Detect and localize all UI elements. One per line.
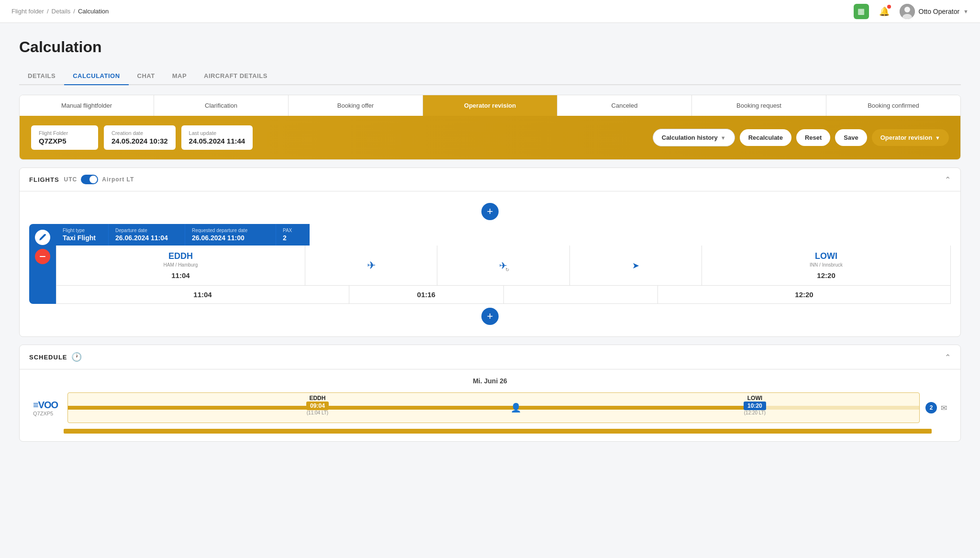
tab-chat[interactable]: CHAT <box>129 67 164 85</box>
topbar-right: ▦ 🔔 Otto Operator ▼ <box>854 4 969 19</box>
pipeline-step-booking-confirmed[interactable]: Booking confirmed <box>826 95 960 116</box>
departure-date-value: 26.06.2024 11:04 <box>115 234 178 242</box>
timeline-from-code: EDDH <box>309 395 325 402</box>
flight-folder-field: Flight Folder Q7ZXP5 <box>31 125 98 150</box>
user-name: Otto Operator <box>919 8 960 15</box>
creation-date-label: Creation date <box>111 130 168 136</box>
requested-departure-value: 26.06.2024 11:00 <box>192 234 269 242</box>
pipeline-step-booking-offer[interactable]: Booking offer <box>289 95 423 116</box>
page-title: Calculation <box>19 38 961 56</box>
timeline-from: EDDH 09:04 (11:04 LT) <box>306 395 329 415</box>
calculation-history-button[interactable]: Calculation history ▼ <box>653 129 735 146</box>
flight-body-row: EDDH HAM / Hamburg 11:04 ✈ ✈ ↻ <box>56 246 951 286</box>
flights-collapse-button[interactable]: ⌃ <box>945 175 951 184</box>
flight-info-column: Flight type Taxi Flight Departure date 2… <box>56 224 951 304</box>
flight-type-label: Flight type <box>63 228 101 233</box>
delete-flight-button[interactable] <box>35 249 50 264</box>
schedule-color-bar <box>64 429 932 434</box>
origin-name: HAM / Hamburg <box>164 262 198 268</box>
last-update-label: Last update <box>189 130 245 136</box>
origin-time: 11:04 <box>171 271 189 279</box>
destination-time: 12:20 <box>817 271 835 279</box>
operator-revision-button[interactable]: Operator revision ▼ <box>872 129 949 146</box>
last-update-value: 24.05.2024 11:44 <box>189 137 245 145</box>
breadcrumb-flight-folder[interactable]: Flight folder <box>11 8 44 15</box>
utc-label: UTC <box>64 176 78 183</box>
pipeline-step-booking-request[interactable]: Booking request <box>692 95 826 116</box>
arrival-plane-icon: ➤ <box>632 260 639 271</box>
info-fields: Flight Folder Q7ZXP5 Creation date 24.05… <box>31 125 253 150</box>
pipeline-container: Manual flightfolder Clarification Bookin… <box>19 95 961 160</box>
airport-lt-label: Airport LT <box>102 176 134 183</box>
departure-plane-icon: ✈ <box>367 259 376 272</box>
waypoint-icon: ✈ ↻ <box>499 260 507 271</box>
flights-section-header: FLIGHTS UTC Airport LT ⌃ <box>20 168 960 191</box>
arrival-arrow-cell: ➤ <box>570 246 702 285</box>
schedule-section: SCHEDULE 🕐 ⌃ Mi. Juni 26 ≡VOO Q7ZXP5 EDD… <box>19 345 961 442</box>
timeline-from-badge: 09:04 <box>306 402 329 410</box>
destination-code: LOWI <box>815 251 837 261</box>
utc-airport-toggle[interactable] <box>81 175 98 184</box>
origin-cell: EDDH HAM / Hamburg 11:04 <box>56 246 305 285</box>
notification-count-badge[interactable]: 2 <box>925 402 937 413</box>
flight-type-cell: Flight type Taxi Flight <box>56 224 109 246</box>
timeline-to-code: LOWI <box>747 395 762 402</box>
chevron-down-icon: ▼ <box>721 135 726 141</box>
toggle-knob <box>89 176 97 183</box>
add-flight-button-top[interactable]: + <box>481 203 499 220</box>
flight-edit-column <box>29 224 56 304</box>
add-flight-button-bottom[interactable]: + <box>481 308 499 325</box>
schedule-date-label: Mi. Juni 26 <box>29 377 951 385</box>
edit-flight-button[interactable] <box>35 230 50 245</box>
utc-toggle-group: UTC Airport LT <box>64 175 134 184</box>
grid-icon[interactable]: ▦ <box>854 4 869 19</box>
origin-time-bottom: 11:04 <box>56 286 349 303</box>
user-menu-chevron: ▼ <box>963 9 969 14</box>
pipeline-step-operator-revision[interactable]: Operator revision <box>423 95 557 116</box>
chevron-down-icon-operator: ▼ <box>935 135 940 141</box>
info-actions: Calculation history ▼ Recalculate Reset … <box>653 129 949 146</box>
save-button[interactable]: Save <box>835 129 867 146</box>
pax-cell: PAX 2 <box>276 224 310 246</box>
flights-body: + Flight type Taxi Flight <box>20 191 960 336</box>
user-menu[interactable]: Otto Operator ▼ <box>900 4 969 19</box>
duration-row: 11:04 01:16 12:20 <box>56 286 951 304</box>
pipeline-step-canceled[interactable]: Canceled <box>557 95 692 116</box>
person-icon: 👤 <box>511 403 521 413</box>
main-content: Calculation DETAILS CALCULATION CHAT MAP… <box>0 23 980 457</box>
flight-folder-value: Q7ZXP5 <box>39 137 90 145</box>
company-code: Q7ZXP5 <box>33 411 62 416</box>
flight-card: Flight type Taxi Flight Departure date 2… <box>29 224 951 304</box>
svg-rect-3 <box>40 256 45 257</box>
tab-map[interactable]: MAP <box>164 67 195 85</box>
reset-button[interactable]: Reset <box>796 129 830 146</box>
schedule-timeline: EDDH 09:04 (11:04 LT) 👤 LOWI 10:20 (12:2… <box>67 392 920 423</box>
schedule-collapse-button[interactable]: ⌃ <box>945 353 951 362</box>
recalculate-button[interactable]: Recalculate <box>740 129 791 146</box>
schedule-section-header: SCHEDULE 🕐 ⌃ <box>20 345 960 369</box>
tab-aircraft-details[interactable]: AIRCRAFT DETAILS <box>195 67 276 85</box>
departure-date-label: Departure date <box>115 228 178 233</box>
timeline-from-sub: (11:04 LT) <box>307 410 328 415</box>
timeline-bar-fill <box>68 406 749 410</box>
departure-arrow-cell: ✈ <box>305 246 437 285</box>
flight-header-row: Flight type Taxi Flight Departure date 2… <box>56 224 951 246</box>
pipeline-step-clarification[interactable]: Clarification <box>154 95 289 116</box>
creation-date-field: Creation date 24.05.2024 10:32 <box>104 125 176 150</box>
duration-cell: 01:16 <box>349 286 504 303</box>
tab-calculation[interactable]: CALCULATION <box>64 67 128 85</box>
tab-details[interactable]: DETAILS <box>19 67 64 85</box>
mail-icon[interactable]: ✉ <box>941 403 947 413</box>
destination-cell: LOWI INN / Innsbruck 12:20 <box>702 246 950 285</box>
topbar: Flight folder / Details / Calculation ▦ … <box>0 0 980 23</box>
pipeline-step-manual[interactable]: Manual flightfolder <box>20 95 154 116</box>
destination-time-bottom: 12:20 <box>658 286 950 303</box>
bell-icon[interactable]: 🔔 <box>877 4 892 19</box>
schedule-section-title: SCHEDULE 🕐 <box>29 352 82 362</box>
pax-value: 2 <box>283 234 303 242</box>
timeline-to-badge: 10:20 <box>744 402 766 410</box>
clock-icon: 🕐 <box>71 352 82 362</box>
origin-code: EDDH <box>168 251 193 261</box>
breadcrumb-details[interactable]: Details <box>52 8 71 15</box>
flights-section: FLIGHTS UTC Airport LT ⌃ + <box>19 167 961 337</box>
